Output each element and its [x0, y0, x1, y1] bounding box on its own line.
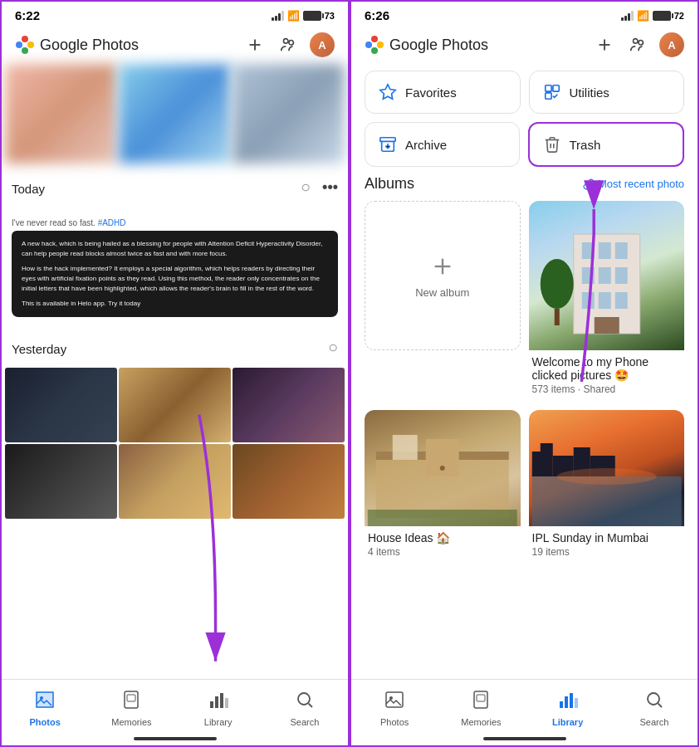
nav-memories-right[interactable]: Memories — [438, 690, 524, 727]
svg-point-1 — [27, 42, 34, 48]
bottom-nav-left: Photos Memories Library Search — [2, 679, 348, 745]
svg-rect-28 — [545, 85, 551, 91]
svg-line-70 — [658, 704, 662, 708]
wifi-icon-left: 📶 — [287, 10, 300, 22]
nav-memories-label-left: Memories — [111, 717, 151, 727]
new-album-card[interactable]: New album — [365, 201, 521, 350]
yesterday-section-header: Yesterday ○ — [2, 324, 348, 368]
blurred-photo-3 — [233, 64, 345, 164]
nav-photos-label-right: Photos — [380, 717, 409, 727]
add-button-left[interactable] — [243, 33, 267, 56]
svg-rect-50 — [426, 439, 459, 476]
memories-icon-left — [121, 690, 141, 715]
building-svg — [529, 201, 685, 350]
svg-rect-14 — [215, 696, 218, 708]
nav-search-right[interactable]: Search — [611, 690, 698, 727]
svg-rect-65 — [560, 701, 563, 708]
svg-rect-31 — [380, 138, 395, 142]
photo-fan[interactable] — [5, 444, 117, 519]
time-left: 6:22 — [15, 8, 40, 22]
utilities-button[interactable]: Utilities — [529, 71, 685, 114]
add-button-right[interactable] — [593, 33, 616, 56]
svg-point-25 — [634, 39, 639, 44]
top-photos-row — [2, 64, 348, 164]
nav-search-left[interactable]: Search — [262, 690, 348, 727]
photos-icon-left — [35, 690, 55, 715]
svg-line-18 — [308, 704, 312, 708]
svg-rect-46 — [554, 309, 559, 325]
nav-photos-left[interactable]: Photos — [2, 690, 88, 727]
text-post-body: A new hack, which is being hailed as a b… — [12, 231, 338, 317]
trash-button[interactable]: Trash — [528, 122, 685, 167]
google-photos-logo-left: Google Photos — [15, 35, 139, 55]
nav-library-label-right: Library — [552, 717, 583, 727]
svg-point-17 — [298, 693, 310, 705]
archive-label: Archive — [405, 138, 447, 152]
archive-button[interactable]: Archive — [365, 122, 520, 167]
favorites-button[interactable]: Favorites — [365, 71, 521, 114]
trash-label: Trash — [570, 138, 601, 152]
album-card-house[interactable]: House Ideas 🏠 4 items — [365, 410, 521, 564]
svg-point-2 — [22, 47, 28, 54]
svg-rect-40 — [614, 267, 627, 284]
favorites-label: Favorites — [405, 85, 457, 100]
link-icon — [583, 178, 595, 190]
trash-icon — [543, 135, 561, 154]
google-photos-logo-right: Google Photos — [365, 35, 488, 55]
album-thumb-city — [529, 410, 685, 526]
svg-rect-41 — [581, 292, 594, 309]
search-icon-right — [644, 690, 664, 715]
svg-rect-36 — [598, 242, 610, 259]
nav-library-left[interactable]: Library — [175, 690, 262, 727]
svg-point-21 — [371, 47, 378, 54]
svg-point-26 — [639, 41, 644, 46]
album-card-building[interactable]: Welcome to my Phone clicked pictures 🤩 5… — [529, 201, 685, 402]
header-actions-left: A — [243, 32, 335, 57]
photo-food2[interactable] — [233, 444, 345, 519]
text-post: I've never read so fast. #ADHD A new hac… — [12, 214, 338, 317]
svg-rect-12 — [127, 695, 135, 701]
nav-photos-right[interactable]: Photos — [351, 690, 438, 727]
svg-point-22 — [365, 42, 372, 48]
nav-memories-label-right: Memories — [461, 717, 501, 727]
photo-grid — [2, 368, 348, 519]
today-check-icon[interactable]: ○ — [301, 178, 311, 197]
share-people-button-left[interactable] — [277, 33, 300, 56]
search-icon-left — [295, 690, 315, 715]
svg-rect-43 — [614, 292, 627, 309]
today-more-icon[interactable]: ••• — [322, 178, 338, 196]
library-icon-left — [208, 690, 228, 715]
nav-memories-left[interactable]: Memories — [88, 690, 174, 727]
favorites-icon — [379, 83, 397, 101]
svg-rect-15 — [220, 693, 223, 708]
header-left: Google Photos A — [2, 26, 348, 64]
nav-library-right[interactable]: Library — [525, 690, 611, 727]
share-people-button-right[interactable] — [626, 33, 649, 56]
header-right: Google Photos A — [351, 26, 698, 64]
status-icons-right: 📶 72 — [621, 10, 684, 22]
photo-alley[interactable] — [233, 368, 345, 442]
utilities-label: Utilities — [570, 85, 609, 100]
avatar-left[interactable]: A — [310, 32, 335, 57]
svg-marker-27 — [380, 85, 395, 99]
yesterday-check-icon[interactable]: ○ — [328, 338, 338, 357]
svg-point-6 — [284, 39, 289, 44]
right-phone-panel: 6:26 📶 72 Google Photos — [350, 0, 699, 747]
new-album-label: New album — [415, 286, 469, 299]
album-thumb-house — [365, 410, 521, 526]
status-bar-right: 6:26 📶 72 — [351, 2, 698, 26]
svg-point-19 — [371, 36, 378, 42]
photo-car[interactable] — [5, 368, 117, 442]
memories-icon-right — [471, 690, 491, 715]
battery-left — [303, 11, 321, 21]
albums-header: Albums Most recent photo — [365, 175, 684, 193]
photo-market[interactable] — [119, 368, 231, 442]
album-card-city[interactable]: IPL Sunday in Mumbai 19 items — [529, 410, 685, 564]
svg-rect-55 — [540, 443, 552, 476]
photo-food1[interactable] — [119, 444, 231, 519]
most-recent-link[interactable]: Most recent photo — [583, 178, 684, 190]
yesterday-label: Yesterday — [12, 332, 66, 363]
svg-rect-30 — [545, 93, 551, 99]
avatar-right[interactable]: A — [659, 32, 684, 57]
blurred-photo-1 — [5, 64, 117, 164]
